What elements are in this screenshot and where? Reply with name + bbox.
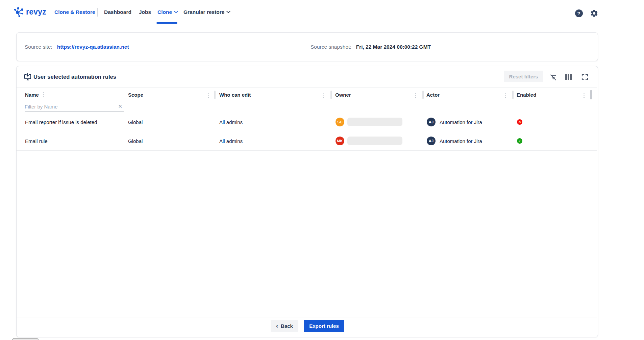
active-tab-underline [156, 22, 177, 24]
chevron-down-icon [226, 11, 230, 13]
gear-icon [590, 9, 598, 18]
redacted-owner-name [347, 137, 402, 145]
column-menu-icon[interactable] [322, 92, 324, 99]
chevron-down-icon [174, 11, 178, 13]
export-rules-icon [24, 73, 32, 81]
column-separator[interactable] [512, 91, 514, 99]
column-header-actor: Actor [426, 88, 440, 102]
nav-item-clone[interactable]: Clone [157, 0, 178, 24]
owner-avatar: MK [336, 137, 344, 145]
nav-product-link[interactable]: Clone & Restore [54, 0, 95, 24]
status-icon: ✕ [517, 119, 522, 125]
source-snapshot-value: Fri, 22 Mar 2024 00:00:22 GMT [356, 44, 431, 50]
back-button[interactable]: ‹ Back [271, 320, 298, 332]
table-bottom-border [17, 317, 597, 317]
clear-filter-icon[interactable]: ✕ [117, 103, 124, 110]
cell-owner: MK [336, 131, 344, 150]
automation-rules-card: User selected automation rules Reset fil… [16, 66, 598, 337]
nav-item-jobs[interactable]: Jobs [139, 0, 151, 24]
actor-avatar: AJ [427, 137, 436, 145]
reset-filters-button[interactable]: Reset filters [504, 71, 543, 82]
source-site-label: Source site: [25, 44, 52, 50]
column-menu-icon[interactable] [207, 92, 209, 99]
cell-name: Email reporter if issue is deleted [25, 113, 97, 131]
bottom-edge-stub [12, 338, 39, 340]
column-separator[interactable] [422, 91, 424, 99]
filter-row: ✕ [17, 101, 597, 113]
column-menu-icon[interactable] [414, 92, 417, 99]
nav-item-granular-restore[interactable]: Granular restore [183, 0, 230, 24]
filter-off-icon[interactable] [549, 73, 557, 81]
cell-enabled: ✕ [517, 113, 522, 131]
column-menu-icon[interactable] [42, 91, 45, 98]
column-separator[interactable] [330, 91, 332, 99]
name-filter-field: ✕ [25, 101, 124, 112]
actor-name: Automation for Jira [440, 138, 482, 144]
column-menu-icon[interactable] [583, 92, 585, 99]
top-nav: revyz Clone & Restore Dashboard Jobs Clo… [0, 0, 644, 24]
column-header-who-can-edit: Who can edit [219, 88, 251, 102]
column-header-owner: Owner [335, 88, 351, 102]
nav-divider [97, 8, 98, 17]
cell-actor: AJ Automation for Jira [427, 113, 482, 131]
source-info-card: Source site: https://revyz-qa.atlassian.… [16, 32, 598, 61]
card-title: User selected automation rules [33, 74, 116, 80]
column-separator[interactable] [214, 91, 216, 99]
column-header-scope: Scope [128, 88, 143, 102]
help-button[interactable]: ? [574, 8, 584, 18]
cell-actor: AJ Automation for Jira [427, 131, 482, 150]
status-icon: ✓ [517, 138, 522, 144]
table-row[interactable]: Email reporter if issue is deleted Globa… [17, 113, 597, 132]
brand-logo[interactable]: revyz [14, 0, 46, 24]
column-header-name: Name [25, 88, 45, 102]
table-header-row: Name Scope Who can edit Owner Actor Enab… [17, 88, 597, 102]
settings-button[interactable] [589, 8, 599, 18]
brand-name: revyz [26, 7, 46, 17]
fullscreen-icon[interactable] [581, 73, 589, 81]
actor-name: Automation for Jira [440, 119, 482, 125]
name-filter-input[interactable] [25, 104, 117, 110]
cell-owner: SC [336, 113, 344, 131]
cell-scope: Global [128, 113, 143, 131]
owner-avatar: SC [336, 118, 344, 126]
chevron-left-icon: ‹ [276, 323, 278, 329]
actor-avatar: AJ [427, 118, 436, 126]
cell-who-can-edit: All admins [219, 113, 243, 131]
column-separator[interactable] [590, 90, 592, 99]
help-icon: ? [575, 9, 583, 17]
column-menu-icon[interactable] [504, 92, 506, 99]
cell-scope: Global [128, 131, 143, 150]
source-snapshot-label: Source snapshot: [311, 44, 351, 50]
nav-item-dashboard[interactable]: Dashboard [104, 0, 131, 24]
table-row[interactable]: Email rule Global All admins MK AJ Autom… [17, 131, 597, 151]
columns-icon[interactable] [564, 73, 572, 81]
column-header-enabled: Enabled [517, 88, 536, 102]
cell-who-can-edit: All admins [219, 131, 243, 150]
cell-enabled: ✓ [517, 131, 522, 150]
cell-name: Email rule [25, 131, 48, 150]
molecule-logo-icon [14, 7, 24, 18]
source-site-link[interactable]: https://revyz-qa.atlassian.net [57, 44, 129, 50]
export-rules-button[interactable]: Export rules [304, 320, 344, 332]
redacted-owner-name [347, 118, 402, 126]
